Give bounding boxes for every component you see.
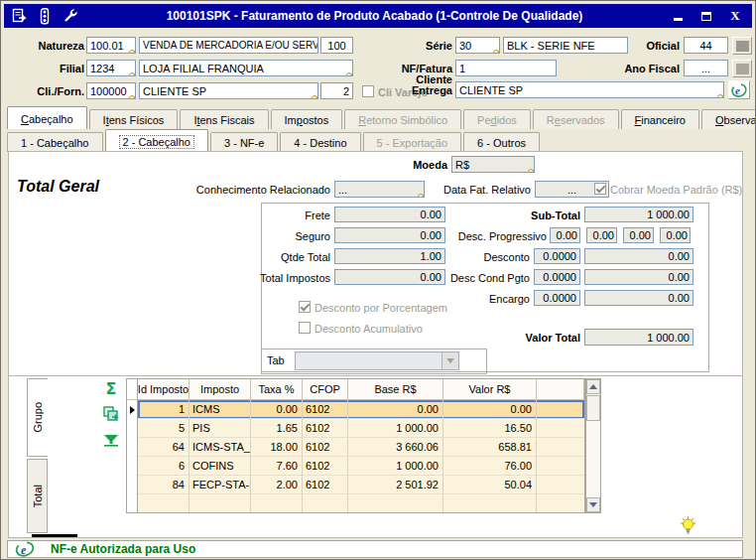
table-cell[interactable]: 6102 — [303, 438, 348, 457]
table-cell[interactable]: COFINS — [189, 457, 251, 476]
seguro-field[interactable]: 0.00 — [334, 227, 445, 243]
table-cell[interactable]: 6102 — [303, 419, 348, 438]
desc-cond-pgto-pct-field[interactable]: 0.0000 — [534, 269, 580, 285]
encargo-pct-field[interactable]: 0.0000 — [534, 290, 580, 306]
traffic-light-icon[interactable] — [36, 8, 53, 25]
copy-icon[interactable] — [101, 404, 119, 422]
scrollbar-thumb[interactable] — [586, 395, 600, 421]
table-cell[interactable]: 18.00 — [251, 438, 303, 457]
tab-observa-es[interactable]: Observações — [701, 109, 756, 129]
table-cell[interactable]: 50.04 — [443, 476, 537, 494]
oficial-button[interactable] — [732, 37, 752, 55]
lookup-icon[interactable] — [493, 50, 499, 54]
table-cell[interactable]: ICMS — [189, 400, 251, 419]
moeda-field[interactable]: R$ — [451, 156, 535, 173]
tab-itens-fiscais[interactable]: Itens Fiscais — [180, 109, 268, 129]
table-cell[interactable]: 6102 — [303, 400, 348, 419]
wrench-icon[interactable] — [62, 8, 78, 25]
table-cell[interactable]: 6 — [138, 457, 189, 476]
scroll-up-icon[interactable] — [586, 379, 600, 394]
oficial-field[interactable]: 44 — [684, 37, 728, 54]
side-tab-grupo[interactable]: Grupo — [27, 378, 48, 457]
serie-desc-field[interactable]: BLK - SERIE NFE — [503, 37, 628, 54]
column-header[interactable]: CFOP — [303, 379, 348, 399]
subtab-6-outros[interactable]: 6 - Outros — [463, 132, 540, 152]
table-cell[interactable]: 3 660.06 — [348, 438, 443, 457]
sub-total-field[interactable]: 1 000.00 — [584, 207, 693, 222]
lookup-icon[interactable] — [346, 72, 352, 76]
column-header[interactable]: Valor R$ — [443, 379, 537, 399]
encargo-value-field[interactable]: 0.00 — [584, 290, 693, 306]
natureza-code-field[interactable]: 100.01 — [86, 37, 136, 54]
table-row[interactable]: 64ICMS-STA_R18.0061023 660.06658.81 — [127, 438, 584, 457]
table-row[interactable]: 6COFINS7.6061021 000.0076.00 — [127, 457, 584, 476]
table-cell[interactable]: ICMS-STA_R — [189, 438, 251, 457]
cli-forn-code-field[interactable]: 100000 — [86, 82, 136, 99]
subtab-4-destino[interactable]: 4 - Destino — [280, 132, 360, 152]
natureza-desc-field[interactable]: VENDA DE MERCADORIA E/OU SERVI — [139, 37, 318, 54]
side-tab-total[interactable]: Total — [27, 459, 48, 533]
row-selector[interactable] — [127, 438, 138, 457]
desc-progressivo-field-4[interactable]: 0.00 — [660, 227, 691, 243]
cliente-entrega-field[interactable]: CLIENTE SP — [455, 81, 724, 98]
filial-desc-field[interactable]: LOJA FILIAL FRANQUIA — [139, 60, 353, 76]
close-button[interactable]: X — [728, 9, 742, 23]
row-selector[interactable] — [127, 476, 138, 494]
valor-total-field[interactable]: 1 000.00 — [584, 329, 693, 346]
lookup-icon[interactable] — [717, 94, 723, 98]
row-selector[interactable] — [127, 457, 138, 476]
sum-icon[interactable]: Σ — [102, 379, 120, 397]
table-row[interactable]: 1ICMS0.0061020.000.00 — [127, 400, 584, 419]
lookup-icon[interactable] — [418, 194, 424, 198]
lookup-icon[interactable] — [528, 169, 534, 173]
chevron-down-icon[interactable] — [441, 352, 458, 369]
table-cell[interactable]: 6102 — [303, 457, 348, 476]
subtab-2-cabe-alho[interactable]: 2 - Cabeçalho — [105, 129, 209, 152]
cobrar-moeda-checkbox[interactable] — [594, 183, 606, 195]
row-selector[interactable] — [127, 400, 138, 419]
lookup-icon[interactable] — [129, 50, 135, 54]
desconto-acumulativo-checkbox[interactable] — [299, 322, 311, 334]
minimize-button[interactable] — [671, 9, 685, 23]
maximize-button[interactable] — [699, 9, 713, 23]
tab-itens-f-sicos[interactable]: Itens Físicos — [89, 109, 179, 129]
desconto-pct-field[interactable]: 0.0000 — [534, 248, 580, 264]
nf-fatura-field[interactable]: 1 — [455, 60, 557, 76]
table-cell[interactable]: 0.00 — [348, 400, 443, 419]
table-cell[interactable]: 7.60 — [251, 457, 303, 476]
table-cell[interactable]: 1 000.00 — [348, 457, 443, 476]
table-cell[interactable]: 84 — [138, 476, 189, 494]
conhecimento-field[interactable]: ... — [334, 181, 425, 198]
splitter-handle[interactable] — [32, 534, 77, 537]
column-header[interactable]: Id Imposto — [138, 379, 189, 399]
table-cell[interactable]: 1 — [138, 400, 189, 419]
document-icon[interactable] — [10, 8, 27, 25]
subtab-3-nf-e[interactable]: 3 - NF-e — [210, 132, 278, 152]
tab-impostos[interactable]: Impostos — [271, 109, 343, 129]
desconto-value-field[interactable]: 0.00 — [584, 248, 693, 264]
column-header[interactable]: Imposto — [189, 379, 251, 399]
lookup-icon[interactable] — [129, 95, 135, 99]
table-scrollbar[interactable] — [585, 378, 601, 513]
ano-fiscal-button[interactable] — [732, 60, 752, 77]
table-cell[interactable]: 1.65 — [251, 419, 303, 438]
serie-code-field[interactable]: 30 — [455, 37, 500, 54]
natureza-extra-field[interactable]: 100 — [320, 37, 353, 54]
table-cell[interactable]: 6102 — [303, 476, 348, 494]
table-row[interactable]: 5PIS1.6561021 000.0016.50 — [127, 419, 584, 438]
table-cell[interactable]: PIS — [189, 419, 251, 438]
ano-fiscal-field[interactable]: ... — [684, 60, 728, 76]
table-cell[interactable]: 2.00 — [251, 476, 303, 494]
table-cell[interactable]: 76.00 — [443, 457, 537, 476]
nfe-button[interactable]: e — [728, 80, 750, 99]
lookup-icon[interactable] — [312, 95, 317, 99]
cli-forn-extra-field[interactable]: 2 — [320, 82, 353, 99]
filter-icon[interactable] — [102, 431, 120, 449]
frete-field[interactable]: 0.00 — [334, 207, 445, 222]
table-cell[interactable]: 16.50 — [443, 419, 537, 438]
lookup-icon[interactable] — [129, 72, 135, 76]
table-cell[interactable]: 2 501.92 — [348, 476, 443, 494]
filial-code-field[interactable]: 1234 — [86, 60, 136, 76]
column-header[interactable]: Base R$ — [348, 379, 443, 399]
table-cell[interactable]: 1 000.00 — [348, 419, 443, 438]
